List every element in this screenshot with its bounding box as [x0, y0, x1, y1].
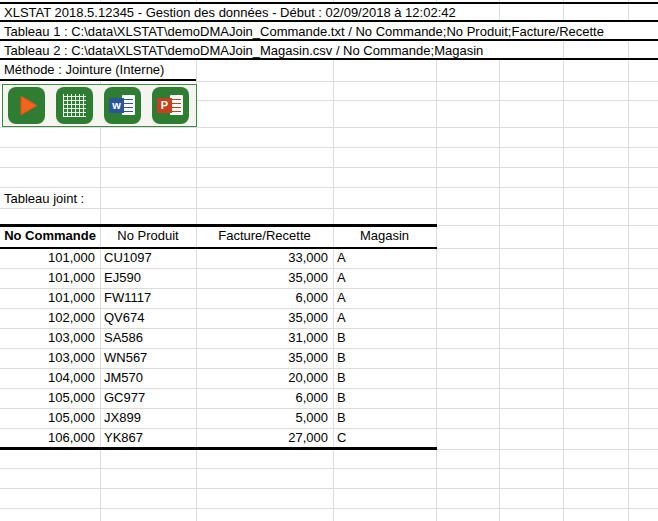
tableau1-line: Tableau 1 : C:\data\XLSTAT\demoDMAJoin_C…	[4, 23, 604, 40]
word-export-icon[interactable]: w	[104, 87, 141, 124]
cell-no-commande[interactable]: 101,000	[0, 248, 100, 268]
cell-magasin[interactable]: A	[333, 268, 436, 288]
cell-no-produit[interactable]: WN567	[100, 348, 196, 368]
gridline	[0, 167, 658, 168]
gridline	[437, 248, 658, 249]
table-row: 104,000 JM570 20,000 B	[0, 368, 436, 388]
excel-worksheet: XLSTAT 2018.5.12345 - Gestion des donnée…	[0, 0, 658, 521]
table-row: 103,000 SA586 31,000 B	[0, 328, 436, 348]
cell-magasin[interactable]: B	[333, 348, 436, 368]
report-title: XLSTAT 2018.5.12345 - Gestion des donnée…	[4, 4, 456, 21]
cell-magasin[interactable]: A	[333, 308, 436, 328]
powerpoint-logo-letter: P	[157, 98, 172, 113]
cell-no-produit[interactable]: QV674	[100, 308, 196, 328]
powerpoint-export-icon[interactable]: P	[152, 87, 189, 124]
cell-magasin[interactable]: B	[333, 328, 436, 348]
cell-facture[interactable]: 27,000	[196, 428, 333, 448]
cell-magasin[interactable]: A	[333, 248, 436, 268]
cell-facture[interactable]: 6,000	[196, 288, 333, 308]
gridline	[0, 147, 658, 148]
cell-magasin[interactable]: C	[333, 428, 436, 448]
gridline	[437, 449, 658, 450]
gridline	[0, 508, 658, 509]
play-triangle	[8, 87, 45, 124]
gridline	[0, 488, 658, 489]
border-line	[0, 79, 196, 81]
cell-magasin[interactable]: B	[333, 388, 436, 408]
cell-no-commande[interactable]: 105,000	[0, 388, 100, 408]
cell-magasin[interactable]: B	[333, 408, 436, 428]
gridline	[0, 468, 658, 469]
gridline	[0, 187, 658, 188]
cell-no-produit[interactable]: FW1117	[100, 288, 196, 308]
cell-no-commande[interactable]: 103,000	[0, 348, 100, 368]
cell-no-commande[interactable]: 101,000	[0, 268, 100, 288]
cell-magasin[interactable]: A	[333, 288, 436, 308]
gridline	[499, 0, 500, 521]
cell-no-commande[interactable]: 102,000	[0, 308, 100, 328]
section-label: Tableau joint :	[4, 189, 84, 208]
gridline	[628, 0, 629, 521]
header-no-commande[interactable]: No Commande	[0, 225, 100, 247]
xlstat-toolbar: w P	[2, 84, 197, 127]
table-row: 101,000 EJ590 35,000 A	[0, 268, 436, 288]
cell-no-commande[interactable]: 106,000	[0, 428, 100, 448]
gridline	[0, 208, 658, 209]
table-row: 103,000 WN567 35,000 B	[0, 348, 436, 368]
cell-facture[interactable]: 5,000	[196, 408, 333, 428]
cell-facture[interactable]: 31,000	[196, 328, 333, 348]
table-row: 101,000 CU1097 33,000 A	[0, 248, 436, 268]
cell-no-produit[interactable]: JM570	[100, 368, 196, 388]
gridline	[563, 0, 564, 521]
cell-facture[interactable]: 20,000	[196, 368, 333, 388]
grid-table-icon[interactable]	[56, 87, 93, 124]
header-facture-recette[interactable]: Facture/Recette	[196, 225, 333, 247]
cell-facture[interactable]: 33,000	[196, 248, 333, 268]
cell-no-commande[interactable]: 105,000	[0, 408, 100, 428]
header-no-produit[interactable]: No Produit	[100, 225, 196, 247]
play-run-icon[interactable]	[8, 87, 45, 124]
gridline	[196, 100, 658, 101]
cell-no-commande[interactable]: 104,000	[0, 368, 100, 388]
table-header-row: No Commande No Produit Facture/Recette M…	[0, 225, 436, 247]
cell-no-produit[interactable]: JX899	[100, 408, 196, 428]
gridline	[437, 225, 658, 226]
word-logo-letter: w	[109, 98, 124, 113]
cell-no-produit[interactable]: SA586	[100, 328, 196, 348]
powerpoint-doc-lines	[172, 98, 181, 112]
cell-no-produit[interactable]: YK867	[100, 428, 196, 448]
methode-line: Méthode : Jointure (Interne)	[4, 61, 164, 78]
cell-no-produit[interactable]: CU1097	[100, 248, 196, 268]
cell-facture[interactable]: 35,000	[196, 348, 333, 368]
grid-mesh	[63, 94, 86, 117]
cell-facture[interactable]: 35,000	[196, 268, 333, 288]
header-magasin[interactable]: Magasin	[333, 225, 436, 247]
gridline	[0, 127, 658, 128]
cell-facture[interactable]: 35,000	[196, 308, 333, 328]
table-row: 106,000 YK867 27,000 C	[0, 428, 436, 448]
cell-no-produit[interactable]: EJ590	[100, 268, 196, 288]
table-row: 105,000 GC977 6,000 B	[0, 388, 436, 408]
cell-no-commande[interactable]: 103,000	[0, 328, 100, 348]
cell-magasin[interactable]: B	[333, 368, 436, 388]
cell-no-commande[interactable]: 101,000	[0, 288, 100, 308]
word-doc-lines	[124, 98, 133, 112]
table-row: 105,000 JX899 5,000 B	[0, 408, 436, 428]
table-row: 102,000 QV674 35,000 A	[0, 308, 436, 328]
gridline	[196, 81, 658, 82]
table-row: 101,000 FW1117 6,000 A	[0, 288, 436, 308]
tableau2-line: Tableau 2 : C:\data\XLSTAT\demoDMAJoin_M…	[4, 42, 483, 59]
cell-facture[interactable]: 6,000	[196, 388, 333, 408]
gridline	[436, 0, 437, 521]
cell-no-produit[interactable]: GC977	[100, 388, 196, 408]
